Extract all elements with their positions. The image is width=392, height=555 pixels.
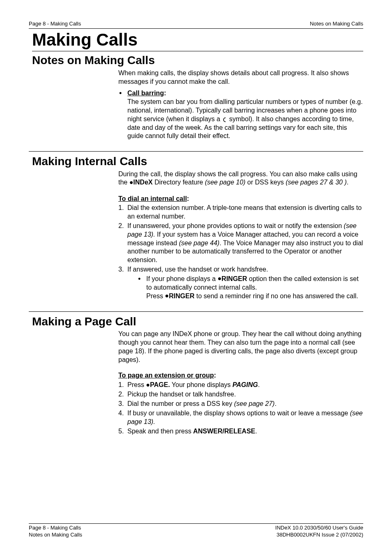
page-container: Page 8 - Making Calls Notes on Making Ca… xyxy=(0,0,392,555)
section-notes-title: Notes on Making Calls xyxy=(32,53,363,68)
running-footer: Page 8 - Making Calls Notes on Making Ca… xyxy=(29,523,363,539)
internal-subheading: To dial an internal call: xyxy=(118,195,363,203)
internal-step2-a: If unanswered, your phone provides optio… xyxy=(127,222,344,229)
ringer-dot2-icon: ● xyxy=(165,292,169,300)
feature-dot-icon: ● xyxy=(129,178,134,187)
page-call-subheading: To page an extension or group: xyxy=(118,371,363,380)
internal-step3-sublist: If your phone displays a ●RINGER option … xyxy=(137,275,363,301)
internal-step2-ref2: (see page 44) xyxy=(179,240,219,246)
section-notes: Notes on Making Calls When making calls,… xyxy=(29,53,363,140)
answer-release-label: ANSWER/RELEASE xyxy=(193,428,255,435)
page-step5-a: Speak and then press xyxy=(127,428,193,435)
section-internal: Making Internal Calls During the call, t… xyxy=(29,151,363,301)
internal-step3-sub-a: If your phone displays a xyxy=(146,275,217,282)
internal-step3-sub: If your phone displays a ●RINGER option … xyxy=(137,275,363,301)
section-internal-body: During the call, the display shows the c… xyxy=(118,170,363,301)
internal-ref2: (see pages 27 & 30 ) xyxy=(286,179,347,186)
internal-subheading-colon: : xyxy=(187,195,189,202)
internal-step-3: If answered, use the handset or work han… xyxy=(118,265,363,301)
header-left: Page 8 - Making Calls xyxy=(29,21,81,28)
page-step-2: Pickup the handset or talk handsfree. xyxy=(118,390,363,399)
footer-left-1: Page 8 - Making Calls xyxy=(29,525,82,532)
header-right: Notes on Making Calls xyxy=(310,21,363,28)
ringer-label: RINGER xyxy=(221,275,247,282)
section-internal-title: Making Internal Calls xyxy=(32,154,363,169)
page-step1-a: Press xyxy=(127,381,146,388)
section-page-call: Making a Page Call You can page any INDe… xyxy=(29,311,363,436)
page-step-1: Press ●PAGE. Your phone displays PAGING. xyxy=(118,381,363,389)
internal-step3-text: If answered, use the handset or work han… xyxy=(127,266,268,273)
internal-intro: During the call, the display shows the c… xyxy=(118,170,363,187)
footer-right-1: INDeX 10.0 2030/50/60 User's Guide xyxy=(275,525,363,532)
page-step4-a: If busy or unavailable, the display show… xyxy=(127,410,350,417)
page-step-5: Speak and then press ANSWER/RELEASE. xyxy=(118,427,363,436)
paging-label: PAGING xyxy=(233,381,258,388)
ringer-label2: RINGER xyxy=(169,292,194,299)
page-step3-ref: (see page 27) xyxy=(234,400,275,407)
internal-intro-b: Directory feature xyxy=(152,179,205,186)
page-step3-b: . xyxy=(274,400,276,407)
section-page-call-title: Making a Page Call xyxy=(32,314,363,329)
footer-right: INDeX 10.0 2030/50/60 User's Guide 38DHB… xyxy=(275,525,363,539)
page-step-4: If busy or unavailable, the display show… xyxy=(118,409,363,426)
ringer-dot-icon: ● xyxy=(217,274,221,283)
internal-ref1: (see page 10) xyxy=(205,179,246,186)
section-page-call-body: You can page any INDeX phone or group. T… xyxy=(118,330,363,435)
internal-step3-sub-ca: Press xyxy=(146,292,165,299)
internal-step3-sub-cb: to send a reminder ring if no one has an… xyxy=(194,292,358,299)
page-label: PAGE. xyxy=(150,381,170,388)
running-header: Page 8 - Making Calls Notes on Making Ca… xyxy=(29,21,363,29)
section-notes-body: When making calls, the display shows det… xyxy=(118,69,363,140)
notes-intro: When making calls, the display shows det… xyxy=(118,69,363,86)
page-step1-c: . xyxy=(258,381,260,388)
page-step1-b: Your phone displays xyxy=(170,381,233,388)
page-dot-icon: ● xyxy=(146,381,150,389)
internal-intro-c: or DSS keys xyxy=(245,179,286,186)
page-call-subheading-colon: : xyxy=(214,372,216,379)
page-step-3: Dial the number or press a DSS key (see … xyxy=(118,400,363,408)
bullet-call-barring: Call barring: The system can bar you fro… xyxy=(118,89,363,140)
page-call-subheading-label: To page an extension or group xyxy=(118,372,214,379)
internal-steps: Dial the extension number. A triple-tone… xyxy=(118,204,363,300)
internal-step-2: If unanswered, your phone provides optio… xyxy=(118,222,363,265)
moon-icon xyxy=(222,116,227,122)
internal-intro-d: . xyxy=(347,179,348,186)
internal-subheading-label: To dial an internal call xyxy=(118,195,187,202)
index-label: INDeX xyxy=(133,179,152,186)
call-barring-label: Call barring xyxy=(127,90,164,97)
call-barring-colon: : xyxy=(164,90,166,97)
chapter-title: Making Calls xyxy=(32,29,363,52)
footer-left: Page 8 - Making Calls Notes on Making Ca… xyxy=(29,525,82,539)
page-step5-c: . xyxy=(255,428,257,435)
notes-bullets: Call barring: The system can bar you fro… xyxy=(118,89,363,140)
footer-left-2: Notes on Making Calls xyxy=(29,532,82,539)
page-step3-a: Dial the number or press a DSS key xyxy=(127,400,234,407)
footer-right-2: 38DHB0002UKFN Issue 2 (07/2002) xyxy=(275,532,363,539)
internal-step-1: Dial the extension number. A triple-tone… xyxy=(118,204,363,221)
page-call-intro: You can page any INDeX phone or group. T… xyxy=(118,330,363,364)
page-call-steps: Press ●PAGE. Your phone displays PAGING.… xyxy=(118,381,363,435)
